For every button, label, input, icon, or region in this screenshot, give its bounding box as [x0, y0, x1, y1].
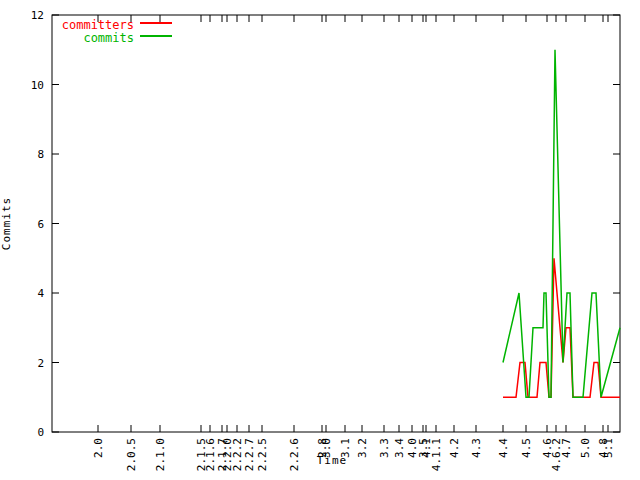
y-tick-label: 0	[37, 426, 44, 439]
legend-line-sample-committers	[140, 22, 172, 24]
y-tick-label: 8	[37, 148, 44, 161]
x-tick-label: 4.1.1	[430, 438, 443, 471]
x-axis-title: Time	[305, 454, 359, 467]
legend-line-sample-commits	[140, 35, 172, 37]
x-tick-label: 3.4	[393, 438, 406, 458]
x-tick-label: 2.1.0	[154, 438, 167, 471]
y-tick-label: 4	[37, 287, 44, 300]
x-tick-label: 2.2.5	[256, 438, 269, 471]
x-tick-label: 2.0	[92, 438, 105, 458]
x-tick-label: 2.0.5	[125, 438, 138, 471]
chart-window: 2.02.0.52.1.02.1.52.1.62.1.72.2.02.2.22.…	[0, 0, 640, 480]
y-tick-label: 6	[37, 218, 44, 231]
legend-item-commits: commits	[40, 27, 172, 39]
legend-item-committers: committers	[40, 14, 172, 26]
x-tick-label: 5.0	[579, 438, 592, 458]
x-tick-label: 2.2.6	[288, 438, 301, 471]
x-tick-label: 4.5	[520, 438, 533, 458]
y-tick-label: 2	[37, 357, 44, 370]
legend-label-commits: commits	[40, 32, 134, 44]
x-tick-label: 4.3	[470, 438, 483, 458]
x-tick-label: 4.7	[560, 438, 573, 458]
y-axis-title: Commits	[0, 192, 13, 256]
x-tick-label: 4.2	[448, 438, 461, 458]
plot-border	[52, 15, 620, 432]
legend: committers commits	[40, 14, 172, 40]
x-tick-label: 4.4	[497, 438, 510, 458]
x-tick-label: 2.2.7	[243, 438, 256, 471]
x-tick-label: 5.1	[602, 438, 615, 458]
y-tick-label: 10	[31, 79, 44, 92]
chart-canvas: 2.02.0.52.1.02.1.52.1.62.1.72.2.02.2.22.…	[0, 0, 640, 480]
x-tick-label: 3.3	[378, 438, 391, 458]
